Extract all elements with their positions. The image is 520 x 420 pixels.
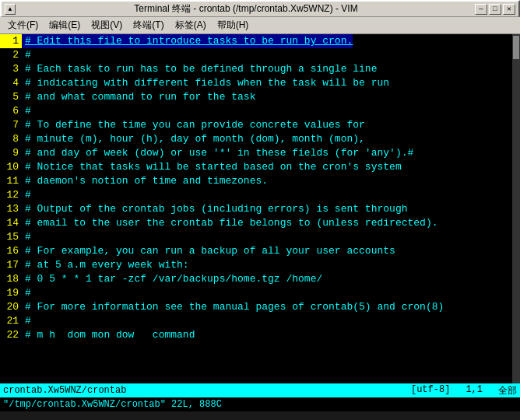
line-content: # <box>22 286 31 300</box>
editor-line: 7# To define the time you can provide co… <box>0 118 520 132</box>
line-content: # Edit this file to introduce tasks to b… <box>22 34 353 48</box>
lines-container: 1# Edit this file to introduce tasks to … <box>0 34 520 383</box>
editor: 1# Edit this file to introduce tasks to … <box>0 34 520 383</box>
titlebar-left-icons: ▲ <box>5 4 16 15</box>
line-number: 6 <box>0 104 22 118</box>
maximize-button[interactable]: □ <box>489 4 501 15</box>
editor-line: 17# at 5 a.m every week with: <box>0 258 520 272</box>
line-number: 3 <box>0 62 22 76</box>
line-content: # <box>22 230 31 244</box>
statusbar-filename: crontab.Xw5WNZ/crontab <box>3 385 411 396</box>
window-title: Terminal 终端 - crontab (/tmp/crontab.Xw5W… <box>17 2 475 16</box>
line-content: # 0 5 * * 1 tar -zcf /var/backups/home.t… <box>22 272 322 286</box>
line-number: 11 <box>0 174 22 188</box>
line-content: # <box>22 48 31 62</box>
line-content: # minute (m), hour (h), day of month (do… <box>22 132 365 146</box>
line-number: 21 <box>0 314 22 328</box>
editor-line: 8# minute (m), hour (h), day of month (d… <box>0 132 520 146</box>
editor-line: 19# <box>0 286 520 300</box>
editor-line: 13# Output of the crontab jobs (includin… <box>0 202 520 216</box>
line-content: # and what command to run for the task <box>22 90 255 104</box>
menu-item[interactable]: 终端(T) <box>128 17 168 33</box>
statusbar-right: [utf-8] 1,1 全部 <box>411 384 517 397</box>
bottombar-text: "/tmp/crontab.Xw5WNZ/crontab" 22L, 888C <box>3 399 222 410</box>
close-button[interactable]: ✕ <box>503 4 515 15</box>
line-content: # <box>22 104 31 118</box>
line-number: 18 <box>0 272 22 286</box>
menu-item[interactable]: 文件(F) <box>3 17 43 33</box>
editor-line: 2# <box>0 48 520 62</box>
statusbar: crontab.Xw5WNZ/crontab [utf-8] 1,1 全部 <box>0 383 520 397</box>
line-number: 17 <box>0 258 22 272</box>
editor-line: 1# Edit this file to introduce tasks to … <box>0 34 520 48</box>
scrollbar[interactable] <box>512 34 520 383</box>
bottombar: "/tmp/crontab.Xw5WNZ/crontab" 22L, 888C <box>0 397 520 411</box>
editor-line: 16# For example, you can run a backup of… <box>0 244 520 258</box>
editor-line: 5# and what command to run for the task <box>0 90 520 104</box>
line-content: # <box>22 188 31 202</box>
titlebar-icon-arrow[interactable]: ▲ <box>5 4 16 15</box>
line-content: # indicating with different fields when … <box>22 76 389 90</box>
line-number: 5 <box>0 90 22 104</box>
line-number: 7 <box>0 118 22 132</box>
menu-item[interactable]: 标签(A) <box>170 17 211 33</box>
line-number: 9 <box>0 146 22 160</box>
line-number: 19 <box>0 286 22 300</box>
statusbar-position: 1,1 <box>466 384 483 397</box>
line-number: 20 <box>0 300 22 314</box>
line-number: 13 <box>0 202 22 216</box>
line-content: # Notice that tasks will be started base… <box>22 160 402 174</box>
editor-line: 12# <box>0 188 520 202</box>
titlebar-controls[interactable]: ─ □ ✕ <box>475 4 515 15</box>
statusbar-scroll: 全部 <box>498 384 517 397</box>
scrollbar-thumb[interactable] <box>513 36 519 59</box>
line-content: # For example, you can run a backup of a… <box>22 244 395 258</box>
line-number: 1 <box>0 34 22 48</box>
editor-line: 10# Notice that tasks will be started ba… <box>0 160 520 174</box>
menu-item[interactable]: 视图(V) <box>86 17 127 33</box>
menu-item[interactable]: 编辑(E) <box>44 17 85 33</box>
editor-line: 22# m h dom mon dow command <box>0 328 520 342</box>
line-content: # <box>22 314 31 328</box>
line-number: 16 <box>0 244 22 258</box>
line-number: 10 <box>0 160 22 174</box>
editor-line: 20# For more information see the manual … <box>0 300 520 314</box>
editor-line: 3# Each task to run has to be defined th… <box>0 62 520 76</box>
editor-line: 15# <box>0 230 520 244</box>
line-content: # Each task to run has to be defined thr… <box>22 62 377 76</box>
line-number: 22 <box>0 328 22 342</box>
menubar: 文件(F)编辑(E)视图(V)终端(T)标签(A)帮助(H) <box>0 17 520 34</box>
line-number: 2 <box>0 48 22 62</box>
editor-line: 18# 0 5 * * 1 tar -zcf /var/backups/home… <box>0 272 520 286</box>
minimize-button[interactable]: ─ <box>475 4 487 15</box>
editor-line: 21# <box>0 314 520 328</box>
line-content: # To define the time you can provide con… <box>22 118 365 132</box>
titlebar: ▲ Terminal 终端 - crontab (/tmp/crontab.Xw… <box>0 0 520 17</box>
editor-line: 6# <box>0 104 520 118</box>
line-number: 12 <box>0 188 22 202</box>
line-content: # at 5 a.m every week with: <box>22 258 189 272</box>
line-content: # For more information see the manual pa… <box>22 300 444 314</box>
editor-line: 4# indicating with different fields when… <box>0 76 520 90</box>
line-content: # email to the user the crontab file bel… <box>22 216 438 230</box>
line-content: # and day of week (dow) or use '*' in th… <box>22 146 413 160</box>
line-number: 8 <box>0 132 22 146</box>
editor-line: 9# and day of week (dow) or use '*' in t… <box>0 146 520 160</box>
editor-line: 11# daemon's notion of time and timezone… <box>0 174 520 188</box>
line-number: 15 <box>0 230 22 244</box>
line-number: 14 <box>0 216 22 230</box>
statusbar-encoding: [utf-8] <box>411 384 450 397</box>
line-number: 4 <box>0 76 22 90</box>
line-content: # daemon's notion of time and timezones. <box>22 174 268 188</box>
line-content: # Output of the crontab jobs (including … <box>22 202 407 216</box>
line-content: # m h dom mon dow command <box>22 328 195 342</box>
editor-line: 14# email to the user the crontab file b… <box>0 216 520 230</box>
menu-item[interactable]: 帮助(H) <box>213 17 254 33</box>
